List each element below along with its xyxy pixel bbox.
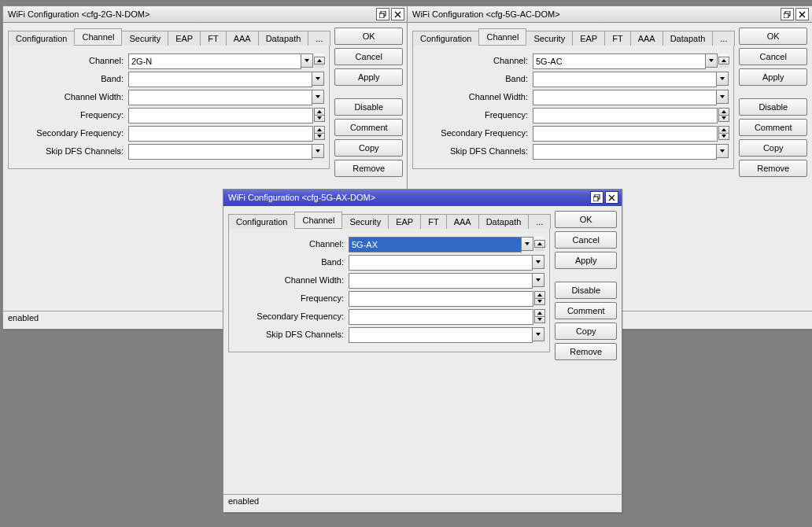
- freq-input[interactable]: [349, 291, 533, 307]
- tab-[interactable]: ...: [308, 31, 330, 46]
- tab-datapath[interactable]: Datapath: [478, 214, 530, 229]
- spin-down-icon[interactable]: [534, 299, 545, 306]
- ok-button[interactable]: OK: [555, 211, 617, 228]
- up-icon[interactable]: [718, 57, 729, 64]
- freq-input[interactable]: [128, 108, 313, 123]
- tab-security[interactable]: Security: [341, 214, 389, 229]
- tab-aaa[interactable]: AAA: [226, 31, 259, 46]
- close-icon[interactable]: [391, 8, 404, 20]
- dropdown-button[interactable]: [312, 90, 324, 104]
- comment-button[interactable]: Comment: [739, 119, 807, 136]
- spin-up-icon[interactable]: [314, 126, 325, 134]
- restore-icon[interactable]: [376, 8, 389, 20]
- disable-button[interactable]: Disable: [739, 98, 807, 116]
- tab-configuration[interactable]: Configuration: [228, 214, 295, 229]
- spin-down-icon[interactable]: [314, 116, 325, 123]
- channel-input[interactable]: [533, 53, 706, 69]
- wifi-config-window[interactable]: WiFi Configuration <cfg-5G-AX-DOM>Config…: [223, 189, 622, 513]
- skipdfs-input[interactable]: [128, 144, 312, 160]
- freq2-input[interactable]: [349, 309, 533, 325]
- tab-configuration[interactable]: Configuration: [8, 31, 75, 46]
- copy-button[interactable]: Copy: [555, 322, 617, 340]
- width-input[interactable]: [349, 273, 533, 289]
- freq2-input[interactable]: [533, 126, 718, 142]
- tab-[interactable]: ...: [712, 31, 735, 46]
- tab-datapath[interactable]: Datapath: [258, 31, 309, 46]
- up-icon[interactable]: [534, 240, 545, 248]
- apply-button[interactable]: Apply: [739, 68, 807, 86]
- band-input[interactable]: [533, 72, 717, 87]
- tab-datapath[interactable]: Datapath: [663, 31, 714, 46]
- dropdown-button[interactable]: [522, 237, 533, 251]
- cancel-button[interactable]: Cancel: [334, 48, 403, 65]
- remove-button[interactable]: Remove: [334, 160, 403, 177]
- cancel-button[interactable]: Cancel: [739, 48, 807, 65]
- tab-configuration[interactable]: Configuration: [412, 31, 479, 46]
- tab-ft[interactable]: FT: [200, 31, 226, 46]
- comment-button[interactable]: Comment: [334, 119, 403, 136]
- restore-icon[interactable]: [590, 191, 603, 204]
- width-input[interactable]: [533, 90, 717, 105]
- tab-eap[interactable]: EAP: [168, 31, 201, 46]
- spin-up-icon[interactable]: [718, 126, 729, 134]
- apply-button[interactable]: Apply: [334, 68, 403, 86]
- close-icon[interactable]: [605, 191, 618, 204]
- dropdown-button[interactable]: [717, 72, 729, 86]
- ok-button[interactable]: OK: [334, 28, 403, 45]
- up-icon[interactable]: [314, 57, 325, 64]
- spin-up-icon[interactable]: [534, 291, 545, 299]
- apply-button[interactable]: Apply: [555, 252, 617, 269]
- remove-button[interactable]: Remove: [555, 343, 617, 360]
- dropdown-button[interactable]: [312, 72, 324, 86]
- titlebar[interactable]: WiFi Configuration <cfg-2G-N-DOM>: [3, 6, 408, 23]
- spin-up-icon[interactable]: [314, 108, 325, 116]
- tab-channel[interactable]: Channel: [294, 212, 342, 228]
- close-icon[interactable]: [795, 8, 809, 20]
- tab-aaa[interactable]: AAA: [630, 31, 663, 46]
- spin-down-icon[interactable]: [718, 116, 729, 123]
- remove-button[interactable]: Remove: [739, 160, 807, 177]
- comment-button[interactable]: Comment: [555, 302, 617, 319]
- tab-channel[interactable]: Channel: [74, 28, 122, 45]
- tab-[interactable]: ...: [528, 214, 551, 229]
- tab-security[interactable]: Security: [526, 31, 573, 46]
- tab-security[interactable]: Security: [121, 31, 168, 46]
- spin-down-icon[interactable]: [534, 317, 545, 324]
- ok-button[interactable]: OK: [739, 28, 807, 45]
- tab-eap[interactable]: EAP: [572, 31, 605, 46]
- dropdown-button[interactable]: [533, 273, 544, 287]
- tab-ft[interactable]: FT: [604, 31, 630, 46]
- tab-ft[interactable]: FT: [420, 214, 446, 229]
- skipdfs-input[interactable]: [349, 327, 533, 343]
- tab-aaa[interactable]: AAA: [446, 214, 479, 229]
- titlebar[interactable]: WiFi Configuration <cfg-5G-AX-DOM>: [223, 190, 622, 206]
- dropdown-button[interactable]: [717, 144, 729, 158]
- tab-channel[interactable]: Channel: [478, 28, 526, 45]
- copy-button[interactable]: Copy: [334, 139, 403, 157]
- freq-input[interactable]: [533, 108, 718, 123]
- disable-button[interactable]: Disable: [334, 98, 403, 116]
- dropdown-button[interactable]: [717, 90, 729, 104]
- dropdown-button[interactable]: [312, 144, 324, 158]
- dropdown-button[interactable]: [301, 53, 313, 68]
- copy-button[interactable]: Copy: [739, 139, 807, 157]
- channel-input[interactable]: [128, 53, 301, 69]
- dropdown-button[interactable]: [533, 255, 544, 269]
- skipdfs-input[interactable]: [533, 144, 717, 160]
- channel-input[interactable]: [349, 237, 522, 252]
- titlebar[interactable]: WiFi Configuration <cfg-5G-AC-DOM>: [408, 6, 812, 23]
- tab-eap[interactable]: EAP: [388, 214, 421, 229]
- dropdown-button[interactable]: [706, 53, 718, 68]
- spin-up-icon[interactable]: [718, 108, 729, 116]
- spin-down-icon[interactable]: [718, 134, 729, 141]
- width-input[interactable]: [128, 90, 312, 105]
- spin-up-icon[interactable]: [534, 309, 545, 317]
- freq2-input[interactable]: [128, 126, 313, 142]
- cancel-button[interactable]: Cancel: [555, 231, 617, 249]
- restore-icon[interactable]: [781, 8, 794, 20]
- spin-down-icon[interactable]: [314, 134, 325, 141]
- band-input[interactable]: [128, 72, 312, 87]
- dropdown-button[interactable]: [533, 327, 544, 341]
- disable-button[interactable]: Disable: [555, 282, 617, 299]
- band-input[interactable]: [349, 255, 533, 271]
